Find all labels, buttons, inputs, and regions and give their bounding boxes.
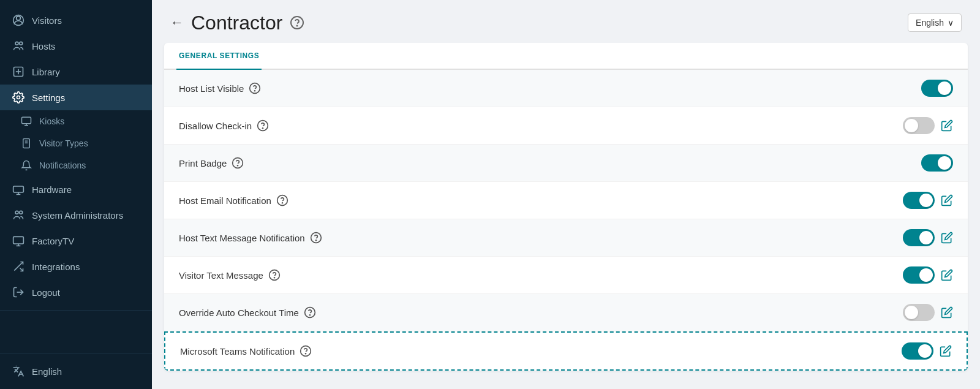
setting-label-visitor-text-message: Visitor Text Message [179,269,281,281]
microsoft-teams-notification-toggle[interactable] [902,342,933,360]
tab-general-settings[interactable]: GENERAL SETTINGS [176,43,262,70]
sidebar-item-visitors-label: Visitors [32,15,140,26]
sidebar-item-hardware[interactable]: Hardware [0,176,152,202]
override-auto-checkout-time-edit-icon[interactable] [941,306,953,319]
translate-icon [12,365,24,377]
visitor-text-message-help-icon[interactable] [268,269,281,281]
kiosks-icon [21,116,32,127]
setting-row-disallow-check-in: Disallow Check-in [164,107,968,145]
disallow-check-in-controls [903,117,953,134]
host-email-notification-edit-icon[interactable] [941,194,953,206]
print-badge-help-icon[interactable] [232,157,244,169]
page-help-icon[interactable] [290,15,304,30]
disallow-check-in-help-icon[interactable] [257,119,269,132]
sidebar-item-system-admins[interactable]: System Administrators [0,202,152,228]
svg-rect-9 [22,117,31,124]
sidebar-item-integrations-label: Integrations [32,262,140,272]
host-email-notification-controls [903,192,953,209]
sidebar-item-factorytv[interactable]: FactoryTV [0,228,152,254]
visitor-text-message-text: Visitor Text Message [179,270,263,281]
disallow-check-in-edit-icon[interactable] [941,119,953,132]
system-admins-icon [12,209,24,221]
factorytv-icon [12,235,24,247]
print-badge-text: Print Badge [179,158,227,168]
setting-label-host-text-message-notification: Host Text Message Notification [179,232,322,244]
visitor-text-message-toggle[interactable] [903,266,935,284]
hosts-icon [12,40,24,52]
settings-tabs: GENERAL SETTINGS [164,43,968,70]
microsoft-teams-notification-controls [902,342,952,360]
notifications-icon [21,160,32,171]
sidebar-item-visitors[interactable]: Visitors [0,7,152,33]
host-list-visible-text: Host List Visible [179,83,244,94]
hardware-icon [12,183,24,195]
settings-content: GENERAL SETTINGS Host List Visible [152,43,980,389]
header-left: ← Contractor [170,12,304,34]
sidebar-item-logout-label: Logout [32,287,140,298]
sidebar-item-notifications[interactable]: Notifications [0,154,152,176]
language-dropdown[interactable]: English ∨ [908,13,962,32]
svg-point-18 [15,211,18,214]
host-text-message-notification-edit-icon[interactable] [941,232,953,244]
setting-row-microsoft-teams-notification: Microsoft Teams Notification [164,331,968,371]
sidebar-item-hosts[interactable]: Hosts [0,33,152,59]
sidebar-item-hardware-label: Hardware [32,184,140,195]
settings-card: GENERAL SETTINGS Host List Visible [164,43,968,371]
override-auto-checkout-time-toggle[interactable] [903,304,935,321]
svg-point-1 [17,16,21,20]
logout-icon [12,286,24,298]
setting-label-microsoft-teams-notification: Microsoft Teams Notification [180,345,312,357]
sidebar-item-integrations[interactable]: Integrations [0,254,152,279]
sidebar-item-library-label: Library [32,67,140,77]
sidebar-item-library[interactable]: Library [0,59,152,85]
host-text-message-notification-controls [903,229,953,246]
sidebar-item-settings-label: Settings [32,93,140,103]
visitor-text-message-edit-icon[interactable] [941,269,953,281]
sidebar-item-settings[interactable]: Settings [0,85,152,110]
host-list-visible-controls [921,80,953,97]
sidebar-item-hosts-label: Hosts [32,41,140,51]
sidebar-item-visitor-types[interactable]: Visitor Types [0,132,152,154]
host-email-notification-text: Host Email Notification [179,195,271,206]
setting-row-visitor-text-message: Visitor Text Message [164,257,968,294]
sidebar-item-visitor-types-label: Visitor Types [39,138,88,148]
host-email-notification-help-icon[interactable] [276,194,288,206]
setting-label-disallow-check-in: Disallow Check-in [179,119,269,132]
sidebar-item-system-admins-label: System Administrators [32,210,140,221]
svg-point-3 [15,42,18,45]
visitors-icon [12,14,24,26]
host-list-visible-help-icon[interactable] [249,82,261,94]
override-auto-checkout-time-help-icon[interactable] [304,306,316,319]
sidebar-item-factorytv-label: FactoryTV [32,236,140,246]
svg-point-8 [17,96,20,99]
host-list-visible-toggle[interactable] [921,80,953,97]
host-email-notification-toggle[interactable] [903,192,935,209]
setting-label-print-badge: Print Badge [179,157,244,169]
sidebar-item-notifications-label: Notifications [39,161,86,170]
visitor-text-message-controls [903,266,953,284]
sidebar: Visitors Hosts Library [0,0,152,389]
setting-row-host-list-visible: Host List Visible [164,70,968,107]
disallow-check-in-text: Disallow Check-in [179,121,252,131]
back-button[interactable]: ← [170,16,184,29]
print-badge-toggle[interactable] [921,154,953,172]
integrations-icon [12,260,24,273]
main-content: ← Contractor English ∨ GENERAL SETTINGS [152,0,980,389]
setting-label-override-auto-checkout-time: Override Auto Checkout Time [179,306,316,319]
sidebar-item-kiosks-label: Kiosks [39,116,64,126]
setting-row-host-email-notification: Host Email Notification [164,182,968,219]
disallow-check-in-toggle[interactable] [903,117,935,134]
sidebar-item-logout[interactable]: Logout [0,279,152,305]
microsoft-teams-notification-edit-icon[interactable] [940,345,952,357]
override-auto-checkout-time-controls [903,304,953,321]
sidebar-language-btn[interactable]: English [0,358,152,384]
host-text-message-notification-help-icon[interactable] [310,232,322,244]
page-header: ← Contractor English ∨ [152,0,980,43]
setting-row-print-badge: Print Badge [164,145,968,182]
settings-icon [12,91,24,104]
microsoft-teams-notification-help-icon[interactable] [300,345,312,357]
svg-point-19 [20,211,23,214]
sidebar-item-kiosks[interactable]: Kiosks [0,110,152,132]
settings-list: Host List Visible [164,70,968,371]
host-text-message-notification-toggle[interactable] [903,229,935,246]
